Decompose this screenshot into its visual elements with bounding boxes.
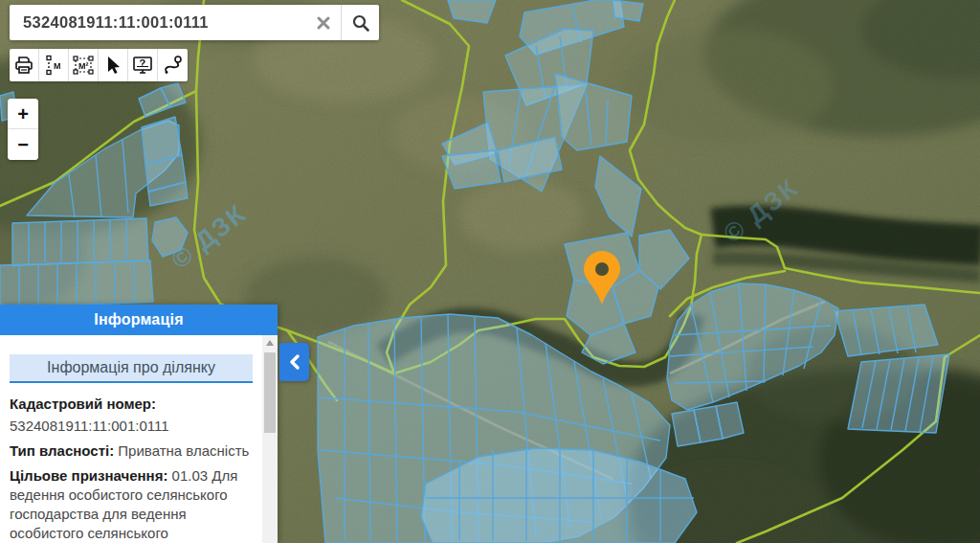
info-panel-body: Інформація про ділянку Кадастровий номер… [0, 335, 278, 543]
cursor-icon [103, 55, 122, 76]
info-panel-title: Інформація [0, 305, 278, 335]
search-icon [351, 13, 370, 33]
scroll-up-icon [265, 339, 275, 347]
parcel-fields: Кадастровий номер: 5324081911:11:001:011… [10, 395, 253, 543]
field-label: Тип власності: [10, 442, 114, 459]
measure-length-button[interactable]: M [39, 49, 69, 81]
info-panel: Інформація Інформація про ділянку Кадаст… [0, 305, 278, 543]
help-monitor-icon: ? [131, 55, 154, 76]
zoom-control: + − [8, 99, 38, 160]
scroll-up-button[interactable] [262, 335, 278, 351]
clear-search-button[interactable] [306, 5, 341, 40]
measure-area-button[interactable]: M² [69, 49, 99, 81]
zoom-out-button[interactable]: − [8, 129, 38, 160]
zoom-in-button[interactable]: + [8, 99, 38, 129]
route-icon [162, 55, 185, 76]
field-purpose: Цільове призначення: 01.03 Для ведення о… [10, 466, 253, 543]
printer-icon [13, 56, 34, 75]
section-title: Інформація про ділянку [10, 354, 253, 383]
field-label: Цільове призначення: [10, 467, 167, 484]
map-toolbar: M M² ? [10, 49, 188, 81]
panel-scrollbar[interactable] [262, 335, 278, 543]
info-panel-content: Інформація про ділянку Кадастровий номер… [0, 335, 262, 543]
field-value: 5324081911:11:001:0111 [10, 418, 169, 434]
route-tool-button[interactable] [158, 49, 188, 81]
search-input[interactable] [10, 5, 306, 40]
field-label: Кадастровий номер: [10, 395, 253, 414]
help-button[interactable]: ? [128, 49, 158, 81]
measure-length-icon: M [43, 55, 64, 76]
field-value: Приватна власність [118, 442, 249, 459]
help-glyph: ? [140, 57, 146, 69]
close-icon [315, 14, 332, 32]
field-ownership-type: Тип власності: Приватна власність [10, 441, 253, 461]
print-button[interactable] [10, 49, 39, 81]
search-button[interactable] [341, 5, 379, 40]
search-bar [10, 5, 379, 40]
chevron-left-icon [287, 352, 302, 372]
measure-length-label: M [54, 61, 61, 71]
measure-area-label: M² [78, 61, 89, 71]
field-cadastral-number: Кадастровий номер: 5324081911:11:001:011… [10, 395, 253, 436]
measure-area-icon: M² [72, 55, 95, 76]
scrollbar-thumb[interactable] [264, 352, 276, 433]
collapse-panel-button[interactable] [279, 343, 309, 381]
pointer-tool-button[interactable] [99, 49, 128, 81]
